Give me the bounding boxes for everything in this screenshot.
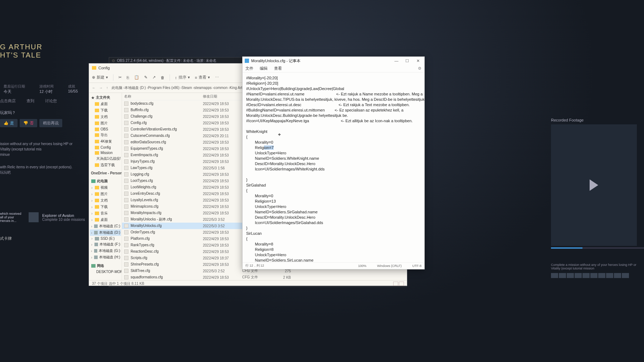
menu-view[interactable]: 查看	[274, 66, 282, 71]
breadcrumb[interactable]: 此电脑本地磁盘 (D:)Program Files (x86)Steamstea…	[112, 85, 244, 90]
tree-item[interactable]: ›本地磁盘 (G:)	[90, 248, 121, 254]
tree-item[interactable]: ›本地磁盘 (F:)	[90, 241, 121, 248]
review-yes-button[interactable]: 👍是	[0, 119, 18, 127]
tree-this-pc[interactable]: ˅此电脑	[90, 178, 121, 184]
breadcrumb-item[interactable]: Program Files (x86)	[148, 86, 182, 90]
tree-item[interactable]: ›下载	[90, 204, 121, 210]
new-button[interactable]: ⊕新建 ▾	[92, 75, 108, 80]
file-icon	[124, 275, 128, 279]
tree-item[interactable]: ›SSD (E:)	[90, 236, 121, 241]
view-mode-grid[interactable]	[393, 282, 398, 286]
tab-store[interactable]: 点击商店	[0, 98, 16, 104]
tree-item[interactable]: 导出	[90, 132, 121, 138]
breadcrumb-item[interactable]: 此电脑	[112, 86, 125, 90]
tree-item[interactable]: ›图片	[90, 191, 121, 197]
tree-onedrive[interactable]: ›OneDrive - Person	[90, 170, 121, 176]
forward-button[interactable]: →	[99, 86, 103, 90]
steam-achievement[interactable]: which receivedall of your Heroes in... E…	[29, 212, 85, 222]
tree-item[interactable]: ›音乐	[90, 210, 121, 217]
folder-icon	[95, 163, 99, 167]
breadcrumb-item[interactable]: Steam	[182, 86, 194, 90]
achievement-strip	[551, 273, 644, 278]
tree-item[interactable]: ›本地磁盘 (D:)	[90, 229, 121, 236]
close-button[interactable]: ✕	[414, 59, 422, 63]
tree-item[interactable]: OBS	[90, 127, 121, 132]
tree-item[interactable]: ›桌面	[90, 217, 121, 223]
copy-button[interactable]: ⎘	[127, 75, 129, 80]
sort-button[interactable]: ↕ 排序 ▾	[175, 75, 190, 80]
notepad-icon	[245, 59, 249, 63]
review-later-button[interactable]: 稍后再说	[39, 119, 62, 127]
tree-item[interactable]: 下载	[90, 107, 121, 114]
file-icon	[124, 108, 128, 112]
tree-item[interactable]: 文档	[90, 114, 121, 120]
stat-achv-value: 16/55	[68, 89, 78, 93]
paste-button[interactable]: 📋	[134, 75, 139, 80]
tree-main-folder[interactable]: ˅★主文件夹	[90, 94, 121, 101]
tree-item[interactable]: 4K修复	[90, 138, 121, 145]
rename-button[interactable]: ✎	[144, 75, 147, 80]
achievement-tooltip: Complete a mission without any of your h…	[551, 263, 644, 270]
play-icon	[590, 179, 598, 191]
file-icon	[124, 153, 128, 157]
card-label: 式卡牌	[0, 236, 12, 241]
review-no-button[interactable]: 👎否	[20, 119, 37, 127]
file-row[interactable]: squadformations.cfg2022/4/29 18:53CFG 文件…	[122, 274, 407, 280]
folder-icon	[95, 218, 99, 222]
tree-item[interactable]: ›文档	[90, 197, 121, 204]
col-date[interactable]: 修改日期	[203, 94, 242, 99]
explorer-tree[interactable]: ˅★主文件夹 桌面下载文档图片OBS导出4K修复ConfigMission大决战…	[89, 93, 122, 280]
cut-button[interactable]: ✂	[118, 75, 122, 80]
progress-bar[interactable]	[551, 247, 644, 249]
col-name[interactable]: 名称	[124, 94, 203, 99]
notepad-text-area[interactable]: #Morality=[-20;20] #Religion=[-20;20] #U…	[243, 73, 424, 262]
menu-edit[interactable]: 编辑	[260, 66, 268, 71]
drive-icon	[94, 243, 98, 246]
menu-file[interactable]: 文件	[245, 66, 253, 71]
delete-button[interactable]: 🗑	[161, 75, 165, 80]
view-button[interactable]: ≡ 查看 ▾	[195, 75, 210, 80]
breadcrumb-item[interactable]: common	[214, 86, 230, 90]
tree-item[interactable]: ›本地磁盘 (H:)	[90, 254, 121, 261]
file-icon	[124, 243, 128, 247]
stat-time-value: 12 小时	[39, 89, 54, 94]
tree-item[interactable]: 桌面	[90, 101, 121, 107]
maximize-button[interactable]: ☐	[403, 59, 411, 63]
pc-icon	[91, 179, 96, 183]
tree-item[interactable]: Config	[90, 145, 121, 150]
notepad-titlebar[interactable]: MoralityUnlocks.cfg - 记事本 — ☐ ✕	[243, 57, 424, 65]
folder-icon	[95, 192, 99, 196]
video-thumbnail[interactable]	[551, 124, 637, 246]
back-button[interactable]: ←	[92, 86, 96, 90]
breadcrumb-item[interactable]: 本地磁盘 (D:)	[125, 86, 148, 90]
notepad-window[interactable]: MoralityUnlocks.cfg - 记事本 — ☐ ✕ 文件 编辑 查看…	[242, 56, 425, 269]
tree-item[interactable]: 图片	[90, 120, 121, 127]
minimize-button[interactable]: —	[392, 59, 401, 63]
paste-icon: 📋	[134, 75, 139, 80]
stat-achv-label: 成就	[68, 84, 78, 89]
tab-find[interactable]: 查到	[26, 98, 34, 104]
tree-item[interactable]: ›视频	[90, 184, 121, 191]
tree-item[interactable]: 大决战1亿战役!	[90, 155, 121, 162]
up-button[interactable]: ↑	[106, 86, 108, 90]
notepad-menu: 文件 编辑 查看 ⚙	[243, 65, 424, 73]
thumb-down-icon: 👎	[23, 121, 28, 125]
share-button[interactable]: ↗	[152, 75, 156, 80]
steam-stats: 最后运行日期今天 游戏时间12 小时 成就16/55	[4, 84, 78, 94]
drive-icon	[94, 224, 97, 228]
gear-icon[interactable]: ⚙	[418, 66, 421, 71]
tree-network[interactable]: ˅网络	[90, 263, 121, 269]
tree-desktop-node[interactable]: DESKTOP-MOPG	[90, 269, 121, 274]
plus-icon: ⊕	[92, 75, 95, 80]
tree-item[interactable]: ›本地磁盘 (C:)	[90, 223, 121, 229]
tab-discuss[interactable]: 讨论您	[45, 98, 57, 104]
review-question: 玩家吗？	[0, 110, 62, 115]
more-button[interactable]: ⋯	[215, 75, 219, 80]
notepad-title-text: MoralityUnlocks.cfg - 记事本	[251, 58, 301, 64]
folder-icon	[95, 151, 99, 155]
file-icon	[124, 237, 128, 241]
tree-item[interactable]: 迅雷下载	[90, 162, 121, 168]
view-mode-list[interactable]	[399, 282, 404, 286]
tree-item[interactable]: Mission	[90, 150, 121, 155]
breadcrumb-item[interactable]: steamapps	[194, 86, 214, 90]
